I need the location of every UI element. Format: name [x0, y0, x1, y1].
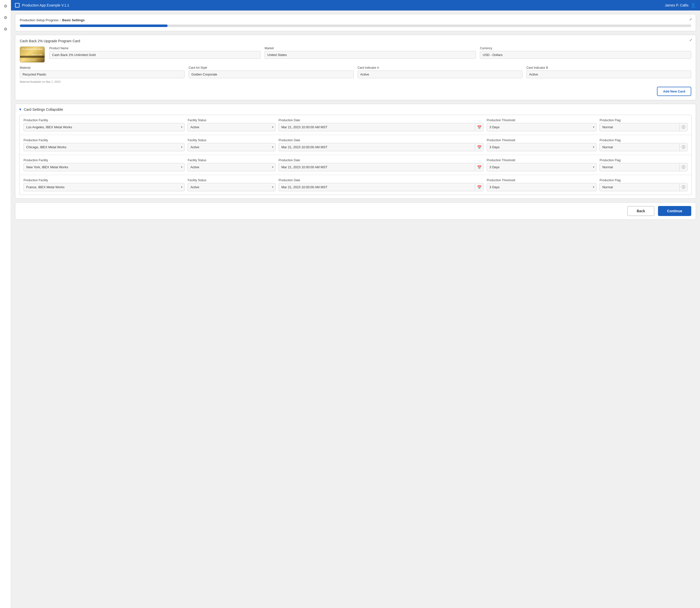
gear-icon-3[interactable]: ⚙ — [2, 25, 9, 33]
facility-select-wrapper-3: France, IBEX Metal Works ▾ — [23, 183, 185, 191]
threshold-select-2[interactable]: 3 Days — [487, 163, 596, 171]
flag-label-2: Production Flag — [600, 158, 687, 162]
status-select-2[interactable]: Active — [188, 163, 276, 171]
date-field-wrapper-0: Mar 21, 2023 10:00:00 AM MST 📅 — [279, 123, 484, 131]
flag-value-2: Normal — [600, 163, 680, 171]
indicator-b-label: Card Indicator B — [527, 66, 691, 70]
status-field-1: Facility Status Active ▾ — [188, 138, 276, 151]
progress-step: Basic Settings — [62, 18, 85, 22]
market-label: Market — [264, 46, 476, 50]
threshold-select-1[interactable]: 3 Days — [487, 143, 596, 151]
main-content: Production App Example V.1.1 James P. Ca… — [11, 0, 700, 608]
product-name-value: Cash Back 2% Unlimited Gold — [49, 51, 261, 59]
facility-field-3: Production Facility France, IBEX Metal W… — [23, 178, 185, 191]
topbar: Production App Example V.1.1 James P. Ca… — [11, 0, 700, 11]
progress-expand-icon[interactable]: ⤢ — [689, 17, 692, 21]
indicator-a-group: Card Indicator A Active — [357, 66, 522, 83]
info-icon-2[interactable]: ⓘ — [680, 164, 687, 171]
flag-field-0: Production Flag Normal ⓘ — [600, 118, 687, 131]
date-label-3: Production Date — [279, 178, 484, 182]
date-field-1: Production Date Mar 21, 2023 10:00:00 AM… — [279, 138, 484, 151]
indicator-b-value: Active — [527, 71, 691, 78]
threshold-field-1: Production Threshold 3 Days ▾ — [487, 138, 596, 151]
collapsible-header[interactable]: ▾ Card Settings Collapsible — [15, 104, 696, 115]
threshold-label-0: Production Threshold — [487, 118, 596, 122]
flag-field-2: Production Flag Normal ⓘ — [600, 158, 687, 171]
flag-field-wrapper-3: Normal ⓘ — [600, 183, 687, 191]
status-select-3[interactable]: Active — [188, 183, 276, 191]
facility-label-1: Production Facility — [23, 138, 185, 142]
topbar-right: James P. Callis 👤 — [665, 2, 696, 8]
card-image-number: xxxx xxxxxx 10001 — [22, 59, 42, 61]
threshold-select-wrapper-3: 3 Days ▾ — [487, 183, 596, 191]
status-label-1: Facility Status — [188, 138, 276, 142]
status-select-wrapper-0: Active ▾ — [188, 123, 276, 131]
status-field-3: Facility Status Active ▾ — [188, 178, 276, 191]
date-field-0: Production Date Mar 21, 2023 10:00:00 AM… — [279, 118, 484, 131]
status-select-1[interactable]: Active — [188, 143, 276, 151]
calendar-icon-2[interactable]: 📅 — [475, 164, 483, 171]
card-image-line1: 2% Unlimited Cash Back — [22, 48, 42, 50]
facility-select-1[interactable]: Chicago, IBEX Metal Works — [23, 143, 185, 151]
threshold-select-0[interactable]: 3 Days — [487, 123, 596, 131]
progress-panel: Production Setup Progress :: Basic Setti… — [15, 14, 696, 31]
facility-select-3[interactable]: France, IBEX Metal Works — [23, 183, 185, 191]
product-name-label: Product Name — [49, 46, 261, 50]
card-product-row: 2% Unlimited Cash Back James H. Callis x… — [20, 46, 691, 62]
calendar-icon-3[interactable]: 📅 — [475, 184, 483, 191]
progress-bar-fill — [20, 24, 168, 27]
facility-label-0: Production Facility — [23, 118, 185, 122]
indicator-a-value: Active — [357, 71, 522, 78]
gear-icon-2[interactable]: ⚙ — [2, 14, 9, 21]
info-icon-3[interactable]: ⓘ — [680, 184, 687, 191]
date-label-2: Production Date — [279, 158, 484, 162]
card-expand-icon[interactable]: ⤢ — [689, 38, 692, 42]
currency-label: Currency — [480, 46, 691, 50]
gear-icon-1[interactable]: ⚙ — [2, 2, 9, 10]
flag-label-3: Production Flag — [600, 178, 687, 182]
facility-select-2[interactable]: New York, IBEX Metal Works — [23, 163, 185, 171]
date-field-wrapper-3: Mar 21, 2023 10:00:00 AM MST 📅 — [279, 183, 484, 191]
card-detail-fields: Material Recycled Plastic Material Avail… — [20, 66, 691, 83]
date-field-wrapper-1: Mar 21, 2023 10:00:00 AM MST 📅 — [279, 143, 484, 151]
status-select-0[interactable]: Active — [188, 123, 276, 131]
progress-bar-track — [20, 24, 691, 27]
material-label: Material — [20, 66, 185, 70]
threshold-label-1: Production Threshold — [487, 138, 596, 142]
status-label-0: Facility Status — [188, 118, 276, 122]
threshold-field-0: Production Threshold 3 Days ▾ — [487, 118, 596, 131]
market-group: Market United States — [264, 46, 476, 59]
currency-value: USD - Dollars — [480, 51, 691, 59]
facility-field-1: Production Facility Chicago, IBEX Metal … — [23, 138, 185, 151]
info-icon-0[interactable]: ⓘ — [680, 124, 687, 131]
date-field-wrapper-2: Mar 21, 2023 10:00:00 AM MST 📅 — [279, 163, 484, 171]
card-section-title: Cash Back 2% Upgrade Program Card — [20, 39, 691, 43]
date-field-3: Production Date Mar 21, 2023 10:00:00 AM… — [279, 178, 484, 191]
continue-button[interactable]: Continue — [658, 206, 691, 216]
user-icon: 👤 — [690, 2, 696, 8]
facility-label-3: Production Facility — [23, 178, 185, 182]
back-button[interactable]: Back — [627, 206, 655, 216]
info-icon-1[interactable]: ⓘ — [680, 144, 687, 151]
flag-field-wrapper-1: Normal ⓘ — [600, 143, 687, 151]
chevron-down-icon: ▾ — [19, 107, 21, 112]
facility-select-0[interactable]: Los Angeles, IBEX Metal Works — [23, 123, 185, 131]
flag-value-3: Normal — [600, 183, 680, 191]
threshold-field-2: Production Threshold 3 Days ▾ — [487, 158, 596, 171]
facility-fields-0: Production Facility Los Angeles, IBEX Me… — [23, 118, 687, 131]
progress-label: Production Setup Progress :: Basic Setti… — [20, 18, 691, 22]
add-new-card-button[interactable]: Add New Card — [657, 87, 691, 96]
calendar-icon-0[interactable]: 📅 — [475, 124, 483, 131]
status-label-3: Facility Status — [188, 178, 276, 182]
market-value: United States — [264, 51, 476, 59]
calendar-icon-1[interactable]: 📅 — [475, 144, 483, 151]
facility-row-2: Production Facility New York, IBEX Metal… — [19, 155, 692, 175]
facility-fields-2: Production Facility New York, IBEX Metal… — [23, 158, 687, 171]
sidebar: ⚙ ⚙ ⚙ — [0, 0, 11, 608]
date-label-1: Production Date — [279, 138, 484, 142]
product-fields: Product Name Cash Back 2% Unlimited Gold… — [49, 46, 691, 59]
page-content: Production Setup Progress :: Basic Setti… — [11, 11, 700, 608]
threshold-select-3[interactable]: 3 Days — [487, 183, 596, 191]
collapsible-panel: ▾ Card Settings Collapsible Production F… — [15, 104, 696, 199]
status-select-wrapper-1: Active ▾ — [188, 143, 276, 151]
